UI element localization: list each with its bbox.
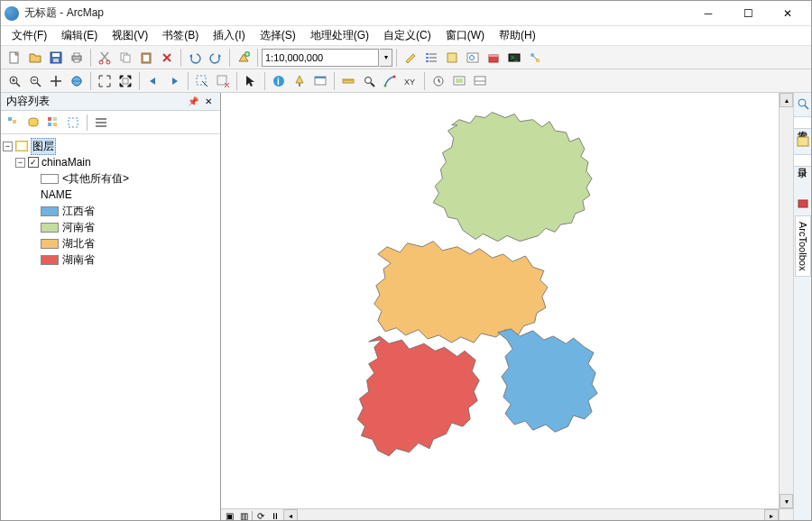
goto-xy-button[interactable]: XY: [401, 71, 420, 91]
data-view-button[interactable]: ▣: [223, 510, 235, 522]
layer-label[interactable]: chinaMain: [42, 156, 91, 169]
toc-options-icon[interactable]: [92, 114, 110, 132]
province-jiangxi: [498, 329, 597, 433]
print-button[interactable]: [67, 48, 87, 68]
toc-pin-icon[interactable]: 📌: [187, 96, 199, 108]
select-element-button[interactable]: [241, 71, 261, 91]
prev-extent-button[interactable]: [143, 71, 163, 91]
maximize-button[interactable]: ☐: [728, 2, 768, 25]
scroll-right-icon[interactable]: ▸: [764, 509, 779, 521]
dock-toolbox-icon[interactable]: [796, 196, 810, 210]
list-by-source-icon[interactable]: [24, 114, 42, 132]
open-button[interactable]: [25, 48, 45, 68]
create-viewer-icon[interactable]: [449, 71, 469, 91]
save-button[interactable]: [46, 48, 66, 68]
dock-search-tab[interactable]: 搜索: [793, 116, 812, 129]
paste-button[interactable]: [136, 48, 156, 68]
measure-button[interactable]: [338, 71, 358, 91]
zoom-out-button[interactable]: [25, 71, 45, 91]
menu-bookmarks[interactable]: 书签(B): [155, 26, 206, 45]
select-features-button[interactable]: [192, 71, 212, 91]
toc-close-icon[interactable]: ✕: [202, 96, 215, 108]
toc-title: 内容列表: [6, 94, 50, 109]
menu-file[interactable]: 文件(F): [5, 26, 54, 45]
arctoolbox-button[interactable]: [484, 48, 503, 68]
delete-button[interactable]: [157, 48, 177, 68]
tree-symbol-row[interactable]: 江西省: [3, 203, 218, 219]
scale-dropdown[interactable]: ▾: [380, 49, 392, 67]
copy-button[interactable]: [115, 48, 135, 68]
search-window-icon[interactable]: [463, 48, 483, 68]
scale-input[interactable]: 1:10,000,000: [262, 49, 379, 67]
map-canvas[interactable]: ▴ ▾ ▣ ▥ ⟳ ⏸ ◂ ▸: [221, 93, 793, 521]
clear-selection-button[interactable]: [213, 71, 233, 91]
pause-button[interactable]: ⏸: [269, 510, 281, 522]
add-data-button[interactable]: [234, 48, 254, 68]
undo-button[interactable]: [185, 48, 205, 68]
hyperlink-icon[interactable]: [290, 71, 309, 91]
svg-rect-3: [53, 59, 59, 62]
list-by-drawing-order-icon[interactable]: [5, 114, 23, 132]
modelbuilder-button[interactable]: [525, 48, 545, 68]
time-slider-icon[interactable]: [429, 71, 448, 91]
pan-button[interactable]: [46, 71, 66, 91]
tree-other-values-row[interactable]: <其他所有值>: [3, 170, 218, 187]
tree-collapse-icon[interactable]: −: [3, 142, 13, 151]
dock-search-icon[interactable]: [796, 96, 810, 111]
menu-insert[interactable]: 插入(I): [206, 26, 252, 45]
layout-view-button[interactable]: ▥: [237, 510, 250, 522]
catalog-button[interactable]: [442, 48, 462, 68]
dock-toolbox-tab[interactable]: ArcToolbox: [795, 215, 811, 277]
dock-catalog-tab[interactable]: 目录: [793, 154, 812, 167]
new-button[interactable]: [5, 48, 24, 68]
svg-rect-16: [426, 57, 429, 59]
tree-collapse-icon[interactable]: −: [15, 158, 25, 168]
svg-point-42: [384, 84, 387, 87]
menu-view[interactable]: 视图(V): [105, 26, 155, 45]
python-button[interactable]: >_: [504, 48, 524, 68]
menu-customize[interactable]: 自定义(C): [376, 26, 438, 45]
find-route-icon[interactable]: [380, 71, 400, 91]
toc-button[interactable]: [421, 48, 441, 68]
list-by-selection-icon[interactable]: [64, 114, 82, 132]
next-extent-button[interactable]: [164, 71, 184, 91]
menu-window[interactable]: 窗口(W): [438, 26, 492, 45]
svg-rect-52: [48, 117, 51, 121]
identify-button[interactable]: i: [269, 71, 289, 91]
menu-help[interactable]: 帮助(H): [492, 26, 543, 45]
scroll-left-icon[interactable]: ◂: [283, 509, 298, 521]
map-scrollbar-vertical[interactable]: ▴ ▾: [779, 93, 793, 508]
refresh-button[interactable]: ⟳: [254, 510, 267, 522]
fixed-zoom-in-icon[interactable]: [95, 71, 115, 91]
tree-symbol-row[interactable]: 河南省: [3, 219, 218, 235]
menu-select[interactable]: 选择(S): [253, 26, 303, 45]
layer-checkbox[interactable]: ✓: [28, 157, 39, 168]
cut-button[interactable]: [95, 48, 115, 68]
tree-dataframe-row[interactable]: − 图层: [3, 138, 218, 154]
svg-rect-58: [96, 122, 106, 123]
tree-symbol-row[interactable]: 湖南省: [3, 251, 218, 268]
html-popup-icon[interactable]: [310, 71, 330, 91]
menu-geoprocessing[interactable]: 地理处理(G): [303, 26, 376, 45]
dock-catalog-icon[interactable]: [796, 134, 810, 149]
full-extent-button[interactable]: [67, 71, 87, 91]
scroll-down-icon[interactable]: ▾: [780, 494, 793, 508]
tree-layer-row[interactable]: − ✓ chinaMain: [3, 154, 218, 170]
scroll-up-icon[interactable]: ▴: [780, 93, 793, 107]
tree-symbol-row[interactable]: 湖北省: [3, 235, 218, 251]
find-button[interactable]: [359, 71, 379, 91]
other-values-label: <其他所有值>: [62, 171, 129, 187]
dataframe-label[interactable]: 图层: [31, 138, 56, 155]
menu-edit[interactable]: 编辑(E): [54, 26, 105, 45]
minimize-button[interactable]: ─: [688, 2, 728, 25]
fixed-zoom-out-icon[interactable]: [115, 71, 135, 91]
swatch-icon: [41, 206, 59, 216]
tool-extra-icon[interactable]: [470, 71, 490, 91]
editor-toolbar-icon[interactable]: [401, 48, 420, 68]
list-by-visibility-icon[interactable]: [44, 114, 62, 132]
redo-button[interactable]: [206, 48, 226, 68]
tree-field-heading-row[interactable]: NAME: [3, 187, 218, 203]
map-scrollbar-horizontal[interactable]: ▣ ▥ ⟳ ⏸ ◂ ▸: [221, 508, 779, 521]
close-button[interactable]: ✕: [768, 2, 807, 25]
zoom-in-button[interactable]: [5, 71, 24, 91]
